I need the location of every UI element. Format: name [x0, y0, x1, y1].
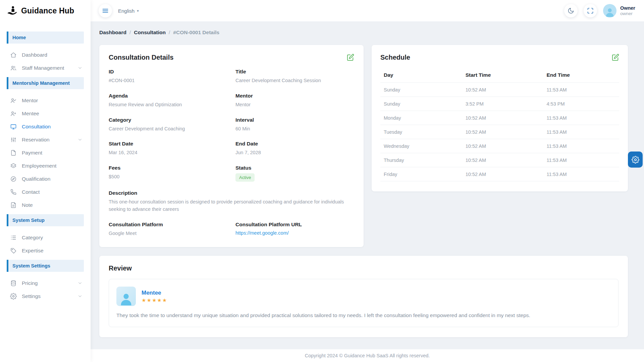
sidebar-item-category[interactable]: Category: [0, 231, 91, 244]
gear-icon: [10, 293, 17, 300]
sidebar-item-pricing[interactable]: Pricing: [0, 277, 91, 290]
reviewer-name[interactable]: Mentee: [142, 290, 167, 296]
field-label: Consultation Platform URL: [235, 222, 354, 228]
sidebar-item-mentor[interactable]: Mentor: [0, 94, 91, 107]
sidebar-item-consultation[interactable]: Consultation: [0, 120, 91, 133]
floating-settings-button[interactable]: [628, 152, 643, 168]
table-row: Tuesday10:52 AM11:53 AM: [380, 125, 619, 139]
details-card-title: Consultation Details: [109, 54, 173, 61]
field-value: #CON-0001: [109, 77, 227, 84]
schedule-cell: 10:52 AM: [462, 125, 543, 139]
user-role: owner: [620, 11, 635, 17]
field-start-date: Start DateMar 16, 2024: [109, 141, 227, 157]
layers-icon: [10, 163, 17, 169]
schedule-cell: 10:52 AM: [462, 167, 543, 181]
field-label: Consultation Platform: [109, 222, 227, 228]
edit-schedule-button[interactable]: [612, 54, 619, 61]
sidebar-item-employeement[interactable]: Employeement: [0, 159, 91, 172]
schedule-cell: 10:52 AM: [462, 111, 543, 125]
app-title: Guidance Hub: [21, 6, 74, 15]
avatar: [603, 4, 616, 17]
schedule-card-header: Schedule: [380, 54, 619, 61]
breadcrumb-consultation[interactable]: Consultation: [134, 29, 166, 36]
main-area: English ▾ Owner owner: [91, 0, 644, 362]
field-label: Description: [109, 190, 354, 196]
sidebar-item-label: Note: [22, 202, 33, 208]
sidebar-section-system-setup: System Setup: [7, 214, 84, 226]
user-plus-icon: [10, 110, 17, 117]
schedule-cell: 11:53 AM: [543, 83, 619, 97]
sidebar-item-qualification[interactable]: Qualification: [0, 172, 91, 185]
field-value: Career Development and Coaching: [109, 125, 227, 133]
user-menu[interactable]: Owner owner: [603, 4, 635, 17]
sidebar-item-payment[interactable]: Payment: [0, 146, 91, 159]
page-content: Dashboard / Consultation / #CON-0001 Det…: [91, 21, 644, 349]
reviewer-row: Mentee ★★★★★: [116, 287, 611, 306]
edit-details-button[interactable]: [347, 54, 354, 61]
sidebar-item-label: Contact: [22, 189, 40, 195]
schedule-card-title: Schedule: [380, 54, 410, 61]
schedule-cell: 11:53 AM: [543, 111, 619, 125]
sidebar-item-label: Consultation: [22, 124, 51, 130]
topbar: English ▾ Owner owner: [91, 0, 644, 21]
column-header-end-time: End Time: [543, 69, 619, 83]
app-logo[interactable]: Guidance Hub: [0, 0, 91, 21]
sidebar-item-reservation[interactable]: Reservation: [0, 133, 91, 146]
sidebar-item-note[interactable]: Note: [0, 198, 91, 212]
fullscreen-button[interactable]: [584, 4, 597, 17]
breadcrumb-separator: /: [129, 29, 131, 36]
consultation-details-card: Consultation Details ID#CON-0001TitleCar…: [99, 45, 364, 247]
field-value: 60 Min: [235, 125, 354, 133]
field-label: End Date: [235, 141, 354, 147]
field-label: Status: [235, 165, 354, 171]
field-title: TitleCareer Development Coaching Session: [235, 69, 354, 84]
sidebar-item-label: Mentee: [22, 111, 39, 117]
header-row: DayStart TimeEnd Time: [380, 69, 619, 83]
database-icon: [10, 280, 17, 287]
sidebar-item-label: Employeement: [22, 163, 56, 169]
field-label: ID: [109, 69, 227, 75]
sidebar-item-mentee[interactable]: Mentee: [0, 107, 91, 120]
field-mentor: MentorMentor: [235, 93, 354, 109]
guidance-hub-logo-icon: [7, 5, 18, 16]
sidebar-item-staff-management[interactable]: Staff Management: [0, 61, 91, 74]
sidebar-item-label: Dashboard: [22, 52, 47, 58]
monitor-icon: [10, 123, 17, 130]
schedule-cell: 11:53 AM: [543, 139, 619, 153]
field-value: This one-hour consultation session is de…: [109, 198, 354, 213]
note-icon: [10, 202, 17, 208]
chevron-down-icon: [77, 281, 83, 286]
field-label: Mentor: [235, 93, 354, 99]
platform-url-link[interactable]: https://meet.google.com/: [235, 230, 289, 236]
sidebar-toggle-button[interactable]: [99, 4, 112, 17]
field-description: DescriptionThis one-hour consultation se…: [109, 190, 354, 213]
users-icon: [10, 65, 17, 71]
sidebar-section-mentorship-management: Mentorship Management: [7, 77, 84, 89]
table-row: Sunday3:52 PM4:53 PM: [380, 97, 619, 111]
tag-icon: [10, 247, 17, 254]
schedule-cell: 3:52 PM: [462, 97, 543, 111]
footer: Copyright 2024 © Guidance Hub SaaS All r…: [91, 349, 644, 362]
sidebar-item-settings[interactable]: Settings: [0, 290, 91, 303]
language-label: English: [118, 8, 135, 14]
sidebar-item-dashboard[interactable]: Dashboard: [0, 48, 91, 61]
sidebar-item-contact[interactable]: Contact: [0, 185, 91, 198]
fullscreen-icon: [587, 7, 594, 14]
reviewer-avatar: [116, 287, 136, 306]
table-row: Monday10:52 AM11:53 AM: [380, 111, 619, 125]
schedule-cell: Thursday: [380, 153, 462, 167]
user-info: Owner owner: [620, 5, 635, 17]
language-selector[interactable]: English ▾: [118, 8, 139, 14]
sidebar-menu: HomeDashboardStaff ManagementMentorship …: [0, 21, 91, 303]
schedule-cell: Monday: [380, 111, 462, 125]
field-value: Google Meet: [109, 230, 227, 237]
schedule-cell: 10:52 AM: [462, 139, 543, 153]
sidebar-item-label: Category: [22, 235, 43, 241]
dark-mode-button[interactable]: [564, 4, 578, 17]
field-consultation-platform: Consultation PlatformGoogle Meet: [109, 222, 227, 237]
breadcrumb-dashboard[interactable]: Dashboard: [99, 29, 126, 36]
cards-row: Consultation Details ID#CON-0001TitleCar…: [99, 45, 628, 247]
sidebar-item-expertise[interactable]: Expertise: [0, 244, 91, 257]
field-category: CategoryCareer Development and Coaching: [109, 117, 227, 133]
gear-icon: [632, 156, 639, 164]
